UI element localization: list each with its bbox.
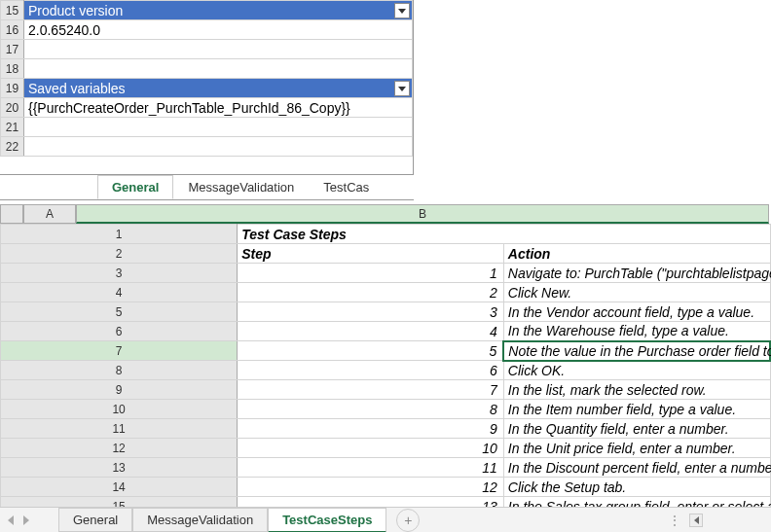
row-header[interactable]: 14 (1, 478, 238, 497)
action-header-cell[interactable]: Action (503, 244, 770, 264)
empty-cell[interactable] (24, 137, 413, 157)
action-cell[interactable]: In the Warehouse field, type a value. (503, 322, 770, 341)
action-cell[interactable]: In the Item number field, type a value. (503, 400, 770, 419)
bottom-spreadsheet: A B 1 Test Case Steps 2 Step Action 31Na… (0, 204, 771, 532)
column-headers: A B (0, 204, 771, 224)
tab-testcas[interactable]: TestCas (309, 175, 384, 199)
step-cell[interactable]: 7 (238, 380, 504, 400)
tab-messagevalidation[interactable]: MessageValidation (173, 175, 309, 199)
row-header[interactable]: 21 (1, 118, 24, 137)
action-cell[interactable]: In the Discount percent field, enter a n… (503, 458, 770, 478)
step-cell[interactable]: 1 (238, 264, 504, 283)
product-version-value-cell[interactable]: 2.0.65240.0 (24, 20, 413, 40)
row-header[interactable]: 2 (1, 244, 238, 264)
step-cell[interactable]: 3 (238, 302, 504, 322)
empty-cell[interactable] (24, 40, 413, 59)
row-header[interactable]: 8 (1, 361, 238, 380)
step-cell[interactable]: 10 (238, 439, 504, 458)
dropdown-icon[interactable] (394, 81, 410, 96)
tab-general[interactable]: General (58, 508, 132, 532)
scroll-grip-icon[interactable]: ⋮ (668, 513, 683, 528)
row-header[interactable]: 18 (1, 59, 24, 79)
step-header-cell[interactable]: Step (238, 244, 504, 264)
action-cell[interactable]: In the Quantity field, enter a number. (503, 419, 770, 439)
step-cell[interactable]: 11 (238, 458, 504, 478)
tab-testcasesteps[interactable]: TestCaseSteps (268, 508, 386, 533)
step-cell[interactable]: 2 (238, 283, 504, 302)
action-cell[interactable]: In the Unit price field, enter a number. (503, 439, 770, 458)
step-cell[interactable]: 9 (238, 419, 504, 439)
tab-messagevalidation[interactable]: MessageValidation (132, 508, 268, 532)
action-cell[interactable]: Navigate to: PurchTable ("purchtablelist… (503, 264, 770, 283)
col-header-a[interactable]: A (23, 204, 76, 224)
scroll-left-icon[interactable] (689, 514, 703, 527)
step-cell[interactable]: 6 (238, 361, 504, 380)
action-cell[interactable]: Click New. (503, 283, 770, 302)
tab-nav-controls (4, 514, 33, 527)
row-header[interactable]: 6 (1, 322, 238, 341)
cell-text: Product version (28, 3, 123, 18)
cell-text: Saved variables (28, 81, 126, 96)
step-cell[interactable]: 12 (238, 478, 504, 497)
row-header[interactable]: 9 (1, 380, 238, 400)
step-cell[interactable]: 4 (238, 322, 504, 341)
empty-cell[interactable] (24, 118, 413, 137)
tab-general[interactable]: General (97, 175, 173, 199)
empty-cell[interactable] (24, 59, 413, 79)
action-cell[interactable]: Click OK. (503, 361, 770, 380)
action-cell-selected[interactable]: Note the value in the Purchase order fie… (503, 341, 770, 361)
top-spreadsheet: 15 Product version 16 2.0.65240.0 17 18 … (0, 0, 414, 175)
row-header[interactable]: 20 (1, 98, 24, 118)
top-sheet-tabs: General MessageValidation TestCas (0, 175, 414, 200)
action-cell[interactable]: Click the Setup tab. (503, 478, 770, 497)
add-sheet-button[interactable]: + (396, 509, 420, 532)
title-cell[interactable]: Test Case Steps (238, 225, 770, 244)
row-header[interactable]: 1 (1, 225, 238, 244)
top-grid: 15 Product version 16 2.0.65240.0 17 18 … (0, 0, 413, 157)
step-cell[interactable]: 5 (238, 341, 504, 361)
row-header[interactable]: 4 (1, 283, 238, 302)
select-all-corner[interactable] (0, 204, 23, 224)
saved-variables-value-cell[interactable]: {{PurchCreateOrder_PurchTable_PurchId_86… (24, 98, 413, 118)
row-header[interactable]: 11 (1, 419, 238, 439)
row-header[interactable]: 5 (1, 302, 238, 322)
row-header[interactable]: 12 (1, 439, 238, 458)
dropdown-icon[interactable] (394, 3, 410, 18)
row-header[interactable]: 22 (1, 137, 24, 157)
row-header[interactable]: 16 (1, 20, 24, 40)
row-header[interactable]: 7 (1, 341, 238, 361)
bottom-sheet-tabs: General MessageValidation TestCaseSteps … (0, 507, 771, 532)
row-header[interactable]: 17 (1, 40, 24, 59)
tab-scroll-left-icon[interactable] (4, 514, 18, 527)
row-header[interactable]: 13 (1, 458, 238, 478)
saved-variables-header-cell[interactable]: Saved variables (24, 79, 413, 98)
row-header[interactable]: 3 (1, 264, 238, 283)
row-header[interactable]: 10 (1, 400, 238, 419)
row-header[interactable]: 15 (1, 1, 24, 20)
col-header-b[interactable]: B (76, 204, 769, 224)
action-cell[interactable]: In the list, mark the selected row. (503, 380, 770, 400)
product-version-header-cell[interactable]: Product version (24, 1, 413, 20)
horizontal-scroll[interactable]: ⋮ (668, 513, 765, 528)
action-cell[interactable]: In the Vendor account field, type a valu… (503, 302, 770, 322)
bottom-grid: 1 Test Case Steps 2 Step Action 31Naviga… (0, 224, 771, 532)
step-cell[interactable]: 8 (238, 400, 504, 419)
row-header[interactable]: 19 (1, 79, 24, 98)
tab-scroll-right-icon[interactable] (19, 514, 33, 527)
